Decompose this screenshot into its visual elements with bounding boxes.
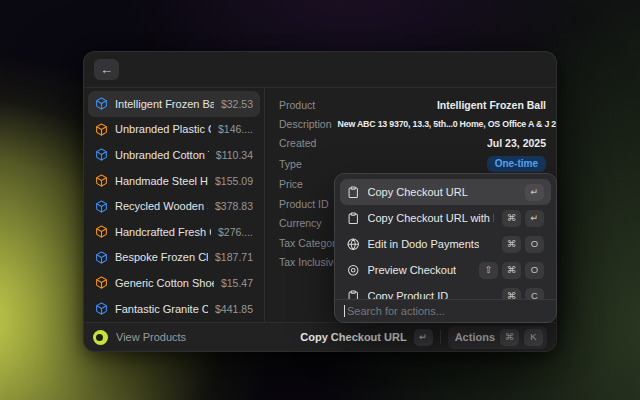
detail-value: New ABC 13 9370, 13.3, 5th...0 Home, OS … bbox=[338, 119, 556, 129]
product-name: Bespoke Frozen Chips bbox=[115, 251, 208, 263]
detail-value: Jul 23, 2025 bbox=[487, 137, 546, 149]
footer-divider bbox=[440, 330, 441, 344]
primary-action-button[interactable]: Copy Checkout URL bbox=[300, 331, 406, 343]
actions-search-input[interactable]: Search for actions... bbox=[335, 299, 556, 322]
actions-menu-overlay: Copy Checkout URL↵Copy Checkout URL with… bbox=[334, 173, 557, 323]
text-caret bbox=[344, 305, 345, 317]
product-price: $441.85 bbox=[215, 303, 253, 315]
action-menu-item[interactable]: Preview Checkout⇧⌘O bbox=[340, 257, 551, 283]
action-label: Copy Product ID bbox=[368, 290, 449, 299]
key-badge: ⌘ bbox=[502, 210, 521, 227]
actions-menu-list: Copy Checkout URL↵Copy Checkout URL with… bbox=[335, 174, 556, 299]
product-price: $378.83 bbox=[215, 200, 253, 212]
product-box-icon bbox=[95, 200, 108, 213]
action-label: Preview Checkout bbox=[368, 264, 457, 276]
detail-row: CreatedJul 23, 2025 bbox=[279, 134, 546, 153]
product-list-item[interactable]: Handmade Steel Hat$155.09 bbox=[88, 168, 260, 194]
product-list-item[interactable]: Unbranded Plastic Chick...$146.... bbox=[88, 117, 260, 143]
clipboard-icon bbox=[347, 290, 360, 299]
product-list-item[interactable]: Unbranded Cotton Tuna$110.34 bbox=[88, 142, 260, 168]
back-button[interactable]: ← bbox=[94, 59, 119, 80]
product-box-icon bbox=[95, 148, 108, 161]
key-badge: O bbox=[525, 262, 544, 279]
product-price: $187.71 bbox=[215, 251, 253, 263]
product-list-item[interactable]: Fantastic Granite Chips$441.85 bbox=[88, 296, 260, 322]
product-list-item[interactable]: Generic Cotton Shoes$15.47 bbox=[88, 270, 260, 296]
product-name: Generic Cotton Shoes bbox=[115, 277, 214, 289]
app-name: View Products bbox=[116, 331, 186, 343]
action-menu-item[interactable]: Copy Checkout URL with Return URL⌘↵ bbox=[340, 205, 551, 231]
product-name: Intelligent Frozen Ball bbox=[115, 98, 214, 110]
product-name: Fantastic Granite Chips bbox=[115, 303, 208, 315]
action-label: Edit in Dodo Payments bbox=[368, 238, 480, 250]
search-placeholder: Search for actions... bbox=[347, 305, 445, 317]
app-window: ← Intelligent Frozen Ball$32.53Unbranded… bbox=[83, 51, 557, 352]
actions-label: Actions bbox=[455, 331, 495, 343]
product-name: Handmade Steel Hat bbox=[115, 175, 208, 187]
globe-icon bbox=[347, 238, 360, 251]
key-badge: O bbox=[525, 236, 544, 253]
key-badge: ⌘ bbox=[502, 262, 521, 279]
detail-value: Intelligent Frozen Ball bbox=[437, 99, 546, 111]
key-badge: ↵ bbox=[525, 184, 544, 201]
clipboard-icon bbox=[347, 212, 360, 225]
detail-label: Created bbox=[279, 137, 316, 149]
action-menu-item[interactable]: Edit in Dodo Payments⌘O bbox=[340, 231, 551, 257]
product-box-icon bbox=[95, 97, 108, 110]
product-price: $32.53 bbox=[221, 98, 253, 110]
product-list-item[interactable]: Intelligent Frozen Ball$32.53 bbox=[88, 91, 260, 117]
key-badge: C bbox=[525, 288, 544, 300]
product-list-item[interactable]: Recycled Wooden Shirt$378.83 bbox=[88, 193, 260, 219]
key-badge: ⌘ bbox=[502, 288, 521, 300]
detail-row: DescriptionNew ABC 13 9370, 13.3, 5th...… bbox=[279, 114, 546, 133]
detail-label: Type bbox=[279, 158, 302, 170]
detail-label: Description bbox=[279, 118, 332, 130]
product-box-icon bbox=[95, 225, 108, 238]
product-price: $146.... bbox=[218, 123, 253, 135]
product-name: Unbranded Cotton Tuna bbox=[115, 149, 209, 161]
action-menu-item[interactable]: Copy Checkout URL↵ bbox=[340, 179, 551, 205]
action-label: Copy Checkout URL bbox=[368, 186, 468, 198]
detail-label: Tax Inclusive bbox=[279, 256, 339, 268]
action-label: Copy Checkout URL with Return URL bbox=[368, 212, 495, 224]
clipboard-icon bbox=[347, 186, 360, 199]
product-box-icon bbox=[95, 302, 108, 315]
product-box-icon bbox=[95, 174, 108, 187]
titlebar: ← bbox=[84, 52, 556, 88]
key-badge: ⌘ bbox=[502, 236, 521, 253]
product-box-icon bbox=[95, 251, 108, 264]
detail-label: Product bbox=[279, 99, 315, 111]
product-name: Handcrafted Fresh Com... bbox=[115, 226, 211, 238]
detail-row: ProductIntelligent Frozen Ball bbox=[279, 95, 546, 114]
product-price: $276.... bbox=[218, 226, 253, 238]
key-badge: ↵ bbox=[525, 210, 544, 227]
key-badge: ⇧ bbox=[479, 262, 498, 279]
detail-label: Product ID bbox=[279, 198, 329, 210]
cmd-key-badge: ⌘ bbox=[500, 329, 519, 346]
enter-key-badge: ↵ bbox=[414, 329, 433, 346]
dodo-payments-logo-icon bbox=[93, 330, 108, 345]
k-key-badge: K bbox=[524, 329, 543, 346]
product-price: $110.34 bbox=[216, 149, 253, 161]
product-list: Intelligent Frozen Ball$32.53Unbranded P… bbox=[84, 88, 265, 322]
product-price: $155.09 bbox=[215, 175, 253, 187]
product-list-item[interactable]: Bespoke Frozen Chips$187.71 bbox=[88, 245, 260, 271]
product-name: Unbranded Plastic Chick... bbox=[115, 123, 211, 135]
product-box-icon bbox=[95, 123, 108, 136]
detail-row: TypeOne-time bbox=[279, 153, 546, 175]
action-menu-item[interactable]: Copy Product ID⌘C bbox=[340, 283, 551, 299]
footer-bar: View Products Copy Checkout URL ↵ Action… bbox=[84, 322, 556, 351]
detail-label: Price bbox=[279, 178, 303, 190]
product-price: $15.47 bbox=[221, 277, 253, 289]
detail-label: Currency bbox=[279, 217, 322, 229]
product-list-item[interactable]: Handcrafted Fresh Com...$276.... bbox=[88, 219, 260, 245]
product-box-icon bbox=[95, 276, 108, 289]
preview-icon bbox=[347, 264, 360, 277]
detail-value: One-time bbox=[487, 156, 546, 172]
product-name: Recycled Wooden Shirt bbox=[115, 200, 208, 212]
detail-label: Tax Category bbox=[279, 237, 341, 249]
actions-button[interactable]: Actions ⌘ K bbox=[448, 326, 547, 349]
